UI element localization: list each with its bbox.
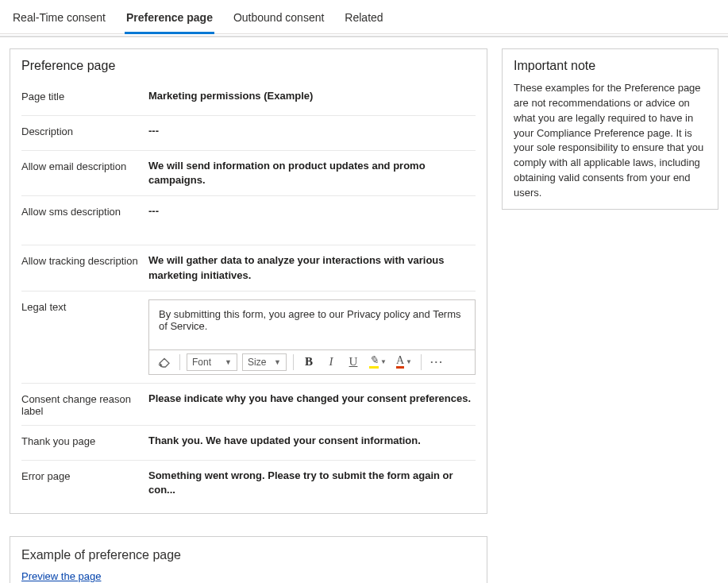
card-title: Example of preference page bbox=[21, 548, 476, 562]
field-value: Something went wrong. Please try to subm… bbox=[148, 469, 476, 497]
field-label: Page title bbox=[21, 89, 148, 107]
field-allow-tracking[interactable]: Allow tracking description We will gathe… bbox=[21, 245, 476, 291]
field-value: Thank you. We have updated your consent … bbox=[148, 434, 476, 452]
field-value: --- bbox=[148, 204, 476, 237]
tab-outbound-consent[interactable]: Outbound consent bbox=[232, 8, 325, 33]
chevron-down-icon: ▼ bbox=[274, 358, 281, 366]
tab-preference-page[interactable]: Preference page bbox=[125, 8, 214, 34]
field-label: Consent change reason label bbox=[21, 392, 148, 417]
field-value: Marketing permissions (Example) bbox=[148, 89, 476, 107]
more-options-button[interactable]: ··· bbox=[428, 353, 446, 371]
chevron-down-icon: ▼ bbox=[380, 358, 387, 365]
field-label: Description bbox=[21, 124, 148, 142]
preview-page-link[interactable]: Preview the page bbox=[21, 570, 101, 582]
field-label: Allow sms description bbox=[21, 204, 148, 237]
field-description[interactable]: Description --- bbox=[21, 116, 476, 151]
underline-button[interactable]: U bbox=[345, 353, 362, 371]
example-preference-card: Example of preference page Preview the p… bbox=[10, 536, 487, 583]
field-consent-change[interactable]: Consent change reason label Please indic… bbox=[21, 384, 476, 426]
field-label: Thank you page bbox=[21, 434, 148, 452]
tab-related[interactable]: Related bbox=[343, 8, 384, 33]
bold-button[interactable]: B bbox=[300, 353, 318, 371]
card-title: Preference page bbox=[21, 59, 476, 73]
rte-toolbar: Font ▼ Size ▼ B I U ✎ ▼ bbox=[148, 350, 476, 375]
field-allow-sms[interactable]: Allow sms description --- bbox=[21, 196, 476, 245]
field-label: Allow email description bbox=[21, 159, 148, 187]
size-dropdown[interactable]: Size ▼ bbox=[242, 353, 287, 371]
clear-format-icon[interactable] bbox=[156, 353, 173, 371]
field-value: Please indicate why you have changed you… bbox=[148, 392, 476, 417]
font-dropdown-label: Font bbox=[192, 357, 211, 368]
important-note-card: Important note These examples for the Pr… bbox=[502, 48, 718, 210]
field-allow-email[interactable]: Allow email description We will send inf… bbox=[21, 151, 476, 196]
chevron-down-icon: ▼ bbox=[406, 358, 412, 365]
note-body: These examples for the Preference page a… bbox=[514, 81, 707, 201]
field-error-page[interactable]: Error page Something went wrong. Please … bbox=[21, 461, 476, 505]
italic-button[interactable]: I bbox=[322, 353, 340, 371]
font-dropdown[interactable]: Font ▼ bbox=[187, 353, 237, 371]
chevron-down-icon: ▼ bbox=[225, 358, 232, 366]
field-label: Error page bbox=[21, 469, 148, 497]
preference-page-card: Preference page Page title Marketing per… bbox=[10, 48, 487, 514]
main-tabs: Real-Time consent Preference page Outbou… bbox=[0, 0, 728, 34]
field-legal-text: Legal text By submitting this form, you … bbox=[21, 292, 476, 384]
field-label: Legal text bbox=[21, 299, 148, 313]
size-dropdown-label: Size bbox=[248, 357, 266, 368]
field-value: We will gather data to analyze your inte… bbox=[148, 253, 476, 282]
tab-realtime-consent[interactable]: Real-Time consent bbox=[11, 8, 107, 33]
legal-text-editor[interactable]: By submitting this form, you agree to ou… bbox=[148, 299, 476, 350]
field-page-title[interactable]: Page title Marketing permissions (Exampl… bbox=[21, 81, 476, 116]
field-value: --- bbox=[148, 124, 476, 142]
highlight-color-button[interactable]: ✎ ▼ bbox=[367, 353, 389, 371]
field-value: We will send information on product upda… bbox=[148, 159, 476, 187]
field-thank-you[interactable]: Thank you page Thank you. We have update… bbox=[21, 426, 476, 461]
card-title: Important note bbox=[514, 59, 707, 73]
font-color-button[interactable]: A ▼ bbox=[394, 353, 414, 371]
field-label: Allow tracking description bbox=[21, 253, 148, 282]
